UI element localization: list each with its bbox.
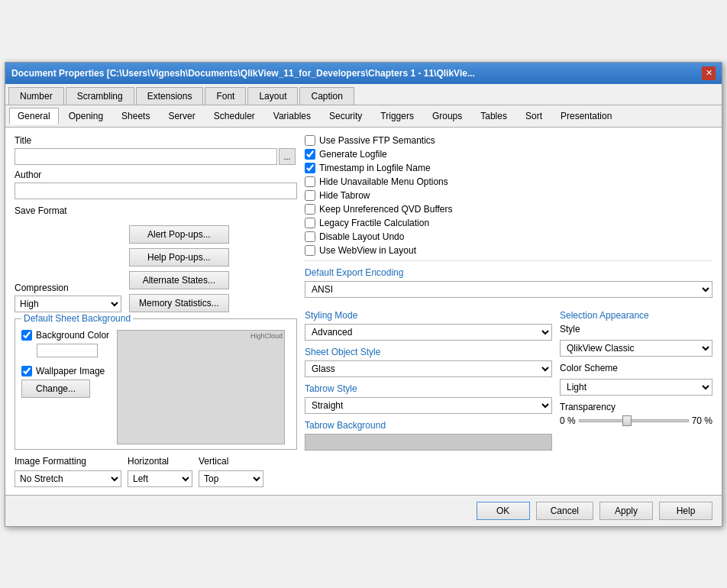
right-panel: Use Passive FTP Semantics Generate Logfi… xyxy=(305,135,712,487)
author-input[interactable] xyxy=(15,183,297,199)
color-scheme-label: Color Scheme xyxy=(560,363,712,373)
image-format-row: Image Formatting No Stretch Stretch Keep… xyxy=(15,456,297,487)
use-webview-label: Use WebView in Layout xyxy=(319,245,416,256)
selection-appearance-label: Selection Appearance xyxy=(560,310,712,321)
image-formatting-select[interactable]: No Stretch Stretch Keep Aspect Fill xyxy=(15,470,121,487)
export-encoding-section: Default Export Encoding ANSI UTF-8 UTF-1… xyxy=(305,267,712,298)
alternate-states-btn[interactable]: Alternate States... xyxy=(129,271,229,289)
transparency-slider-thumb[interactable] xyxy=(622,415,632,426)
use-webview-row: Use WebView in Layout xyxy=(305,245,712,256)
cancel-button[interactable]: Cancel xyxy=(536,502,593,520)
apply-button[interactable]: Apply xyxy=(599,502,653,520)
hide-unavailable-checkbox[interactable] xyxy=(305,176,315,187)
use-webview-checkbox[interactable] xyxy=(305,245,315,256)
styling-mode-select[interactable]: Advanced Standard xyxy=(305,324,552,341)
tab-font[interactable]: Font xyxy=(205,87,246,105)
bg-left: Background Color Wallpaper Image Change.… xyxy=(21,330,109,444)
hide-tabrow-checkbox[interactable] xyxy=(305,190,315,201)
tab-security[interactable]: Security xyxy=(321,108,370,124)
author-label: Author xyxy=(15,170,297,180)
disable-layout-undo-row: Disable Layout Undo xyxy=(305,231,712,242)
sheet-object-style-label: Sheet Object Style xyxy=(305,347,552,357)
horizontal-group: Horizontal Left Center Right xyxy=(128,456,192,487)
image-formatting-group: Image Formatting No Stretch Stretch Keep… xyxy=(15,456,121,487)
save-format-label: Save Format xyxy=(15,205,297,216)
vertical-label: Vertical xyxy=(199,456,263,467)
horizontal-label: Horizontal xyxy=(128,456,192,467)
help-popups-btn[interactable]: Help Pop-ups... xyxy=(129,248,229,267)
transparency-right: 70 % xyxy=(692,415,712,426)
change-btn[interactable]: Change... xyxy=(21,380,90,398)
tab-sort[interactable]: Sort xyxy=(517,108,551,124)
footer: OK Cancel Apply Help xyxy=(5,495,722,526)
ok-button[interactable]: OK xyxy=(477,502,530,520)
tab-groups[interactable]: Groups xyxy=(424,108,470,124)
bg-preview: HighCloud xyxy=(117,330,285,444)
passive-ftp-row: Use Passive FTP Semantics xyxy=(305,135,712,146)
export-encoding-label: Default Export Encoding xyxy=(305,267,712,278)
tab-server[interactable]: Server xyxy=(160,108,203,124)
memory-statistics-btn[interactable]: Memory Statistics... xyxy=(129,294,229,312)
hide-unavailable-row: Hide Unavailable Menu Options xyxy=(305,176,712,187)
main-content: Title ... Author Save Format Compression xyxy=(5,128,722,495)
tab-general[interactable]: General xyxy=(9,108,59,124)
disable-layout-undo-label: Disable Layout Undo xyxy=(319,231,404,242)
tab-layout[interactable]: Layout xyxy=(247,87,298,105)
top-tabs: Number Scrambling Extensions Font Layout… xyxy=(5,84,722,105)
legacy-fractile-checkbox[interactable] xyxy=(305,218,315,228)
tabrow-bg-label: Tabrow Background xyxy=(305,420,552,431)
bg-color-swatch[interactable] xyxy=(37,344,98,357)
tabrow-style-select[interactable]: Straight Rounded xyxy=(305,397,552,414)
compression-select[interactable]: High Medium Low None xyxy=(15,296,121,312)
tab-caption[interactable]: Caption xyxy=(299,87,354,105)
tab-presentation[interactable]: Presentation xyxy=(552,108,620,124)
color-scheme-select[interactable]: Light Dark Custom xyxy=(560,379,712,396)
timestamp-logfile-row: Timestamp in Logfile Name xyxy=(305,163,712,173)
timestamp-logfile-checkbox[interactable] xyxy=(305,163,315,173)
bg-controls: Background Color Wallpaper Image Change.… xyxy=(21,330,290,444)
tabs-row: Number Scrambling Extensions Font Layout… xyxy=(5,84,722,128)
tab-variables[interactable]: Variables xyxy=(265,108,319,124)
passive-ftp-checkbox[interactable] xyxy=(305,135,315,146)
main-layout: Title ... Author Save Format Compression xyxy=(15,135,712,487)
checkboxes-section: Use Passive FTP Semantics Generate Logfi… xyxy=(305,135,712,256)
compression-row: Compression High Medium Low None Alert P… xyxy=(15,219,297,312)
keep-unreferenced-checkbox[interactable] xyxy=(305,204,315,215)
transparency-row: 0 % 70 % xyxy=(560,415,712,426)
hide-unavailable-label: Hide Unavailable Menu Options xyxy=(319,176,448,187)
tab-scrambling[interactable]: Scrambling xyxy=(66,87,134,105)
selection-appearance-section: Selection Appearance Style QlikView Clas… xyxy=(560,304,712,451)
tab-opening[interactable]: Opening xyxy=(60,108,111,124)
sheet-object-style-select[interactable]: Glass Soft Classic xyxy=(305,360,552,377)
title-browse-btn[interactable]: ... xyxy=(279,148,296,165)
horizontal-select[interactable]: Left Center Right xyxy=(128,470,192,487)
help-button[interactable]: Help xyxy=(659,502,712,520)
tabrow-style-label: Tabrow Style xyxy=(305,383,552,394)
tabrow-bg-swatch[interactable] xyxy=(305,434,552,451)
tab-extensions[interactable]: Extensions xyxy=(136,87,204,105)
tab-tables[interactable]: Tables xyxy=(472,108,515,124)
tab-scheduler[interactable]: Scheduler xyxy=(205,108,263,124)
tab-number[interactable]: Number xyxy=(8,87,64,105)
export-encoding-select[interactable]: ANSI UTF-8 UTF-16 xyxy=(305,281,712,298)
style-select[interactable]: QlikView Classic Checkbox LED Checkbox L… xyxy=(560,340,712,357)
vertical-group: Vertical Top Middle Bottom xyxy=(199,456,263,487)
vertical-select[interactable]: Top Middle Bottom xyxy=(199,470,263,487)
wallpaper-checkbox[interactable] xyxy=(21,366,32,376)
alert-popups-btn[interactable]: Alert Pop-ups... xyxy=(129,225,229,244)
bg-color-checkbox[interactable] xyxy=(21,330,32,341)
sub-tabs: General Opening Sheets Server Scheduler … xyxy=(5,105,722,127)
tab-triggers[interactable]: Triggers xyxy=(372,108,422,124)
generate-logfile-checkbox[interactable] xyxy=(305,149,315,160)
close-button[interactable]: ✕ xyxy=(702,66,716,80)
tab-sheets[interactable]: Sheets xyxy=(113,108,158,124)
disable-layout-undo-checkbox[interactable] xyxy=(305,231,315,242)
styling-section: Styling Mode Advanced Standard Sheet Obj… xyxy=(305,304,552,451)
window-title: Document Properties [C:\Users\Vignesh\Do… xyxy=(11,68,475,79)
right-section: Styling Mode Advanced Standard Sheet Obj… xyxy=(305,304,712,451)
buttons-col: Alert Pop-ups... Help Pop-ups... Alterna… xyxy=(129,225,229,312)
keep-unreferenced-label: Keep Unreferenced QVD Buffers xyxy=(319,204,453,215)
default-sheet-bg-group: Default Sheet Background Background Colo… xyxy=(15,318,297,450)
preview-text: HighCloud xyxy=(250,332,283,340)
title-input[interactable] xyxy=(15,148,277,165)
